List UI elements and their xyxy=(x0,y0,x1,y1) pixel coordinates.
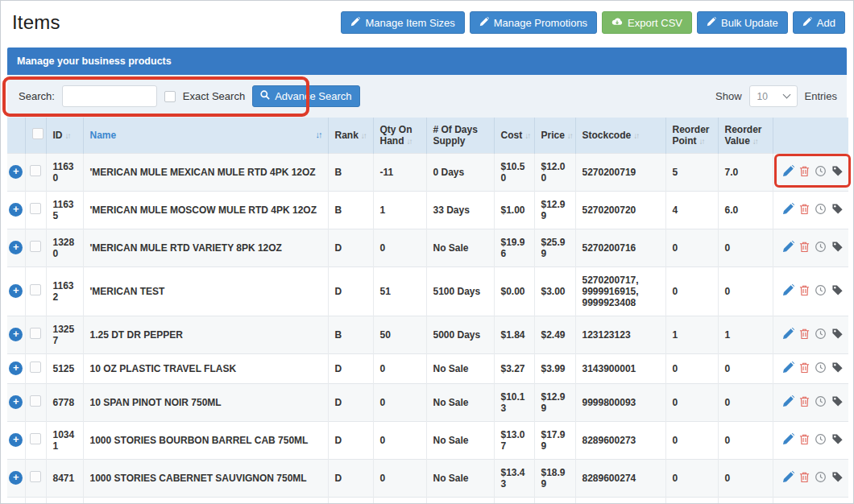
edit-pencil-icon[interactable] xyxy=(782,471,794,485)
export-csv-button[interactable]: Export CSV xyxy=(602,11,692,34)
cell-price: $2.49 xyxy=(534,316,575,353)
table-row: +11630'MERICAN MULE MEXICAN MULE RTD 4PK… xyxy=(7,153,848,191)
edit-pencil-icon[interactable] xyxy=(782,328,794,342)
cell-id: 5125 xyxy=(46,353,83,383)
sort-icon: ↓↑ xyxy=(633,131,638,140)
exact-search-checkbox[interactable] xyxy=(164,91,176,102)
plus-circle-icon[interactable]: + xyxy=(9,328,23,341)
cell-reorder-point: 0 xyxy=(665,266,718,316)
cell-days-supply: 0 Days xyxy=(426,497,494,504)
tag-icon[interactable] xyxy=(831,361,844,376)
row-checkbox[interactable] xyxy=(30,471,41,482)
delete-trash-icon[interactable] xyxy=(799,395,810,410)
cell-rank: D xyxy=(328,421,373,459)
col-header-days-supply[interactable]: # Of Days Supply xyxy=(426,118,494,153)
row-checkbox[interactable] xyxy=(30,433,41,444)
plus-circle-icon[interactable]: + xyxy=(9,165,23,179)
row-checkbox[interactable] xyxy=(30,328,41,339)
bulk-update-button[interactable]: Bulk Update xyxy=(697,11,788,34)
plus-circle-icon[interactable]: + xyxy=(9,241,23,254)
history-clock-icon[interactable] xyxy=(815,203,827,217)
edit-pencil-icon[interactable] xyxy=(782,203,794,217)
col-header-id[interactable]: ID↓↑ xyxy=(46,118,83,153)
col-header-stockcode[interactable]: Stockcode↓↑ xyxy=(575,118,665,153)
plus-circle-icon[interactable]: + xyxy=(9,433,23,447)
history-clock-icon[interactable] xyxy=(815,433,827,448)
delete-trash-icon[interactable] xyxy=(799,241,810,255)
cell-stockcode: 5270200719 xyxy=(575,153,665,191)
delete-trash-icon[interactable] xyxy=(799,203,810,217)
col-header-cost[interactable]: Cost↓↑ xyxy=(494,118,534,153)
edit-pencil-icon[interactable] xyxy=(782,395,794,410)
cell-qty-on-hand: 1 xyxy=(373,191,426,229)
tag-icon[interactable] xyxy=(831,203,844,217)
edit-pencil-icon[interactable] xyxy=(782,361,794,376)
cell-reorder-point: 0 xyxy=(665,459,718,497)
manage-item-sizes-button[interactable]: Manage Item Sizes xyxy=(341,11,464,34)
history-clock-icon[interactable] xyxy=(815,361,827,376)
cell-qty-on-hand: 0 xyxy=(373,383,426,421)
delete-trash-icon[interactable] xyxy=(799,328,810,342)
expander-cell: + xyxy=(7,316,25,353)
cell-reorder-point: 4 xyxy=(665,191,718,229)
row-checkbox[interactable] xyxy=(30,203,41,214)
plus-circle-icon[interactable]: + xyxy=(9,471,23,485)
cell-reorder-value: 0 xyxy=(718,229,773,266)
add-button[interactable]: Add xyxy=(793,11,845,34)
edit-pencil-icon[interactable] xyxy=(782,433,794,448)
advance-search-button[interactable]: Advance Search xyxy=(252,85,359,107)
plus-circle-icon[interactable]: + xyxy=(9,203,23,217)
history-clock-icon[interactable] xyxy=(815,395,827,410)
cell-price: $25.99 xyxy=(534,229,575,266)
cell-rank: B xyxy=(328,191,373,229)
tag-icon[interactable] xyxy=(831,471,844,485)
col-header-qty-on-hand[interactable]: Qty On Hand↓↑ xyxy=(373,118,426,153)
edit-pencil-icon[interactable] xyxy=(782,284,794,299)
expander-header xyxy=(7,118,25,153)
page-size-select[interactable]: 10 xyxy=(749,85,798,107)
plus-circle-icon[interactable]: + xyxy=(9,284,23,298)
select-all-checkbox[interactable] xyxy=(32,128,44,139)
tag-icon[interactable] xyxy=(831,395,844,410)
manage-promotions-button[interactable]: Manage Promotions xyxy=(470,11,597,34)
tag-icon[interactable] xyxy=(831,328,844,342)
plus-circle-icon[interactable]: + xyxy=(9,361,23,375)
sort-icon: ↓↑ xyxy=(567,131,572,140)
chevron-down-icon xyxy=(782,91,790,99)
expander-cell: + xyxy=(7,353,25,383)
expander-cell: + xyxy=(7,229,25,266)
delete-trash-icon[interactable] xyxy=(799,471,810,485)
history-clock-icon[interactable] xyxy=(815,471,827,485)
edit-pencil-icon[interactable] xyxy=(782,241,794,255)
col-header-reorder-value[interactable]: Reorder Value↓↑ xyxy=(718,118,773,153)
delete-trash-icon[interactable] xyxy=(799,165,810,180)
cell-reorder-point: 5 xyxy=(665,153,718,191)
row-checkbox[interactable] xyxy=(30,284,41,295)
col-header-rank[interactable]: Rank↓↑ xyxy=(328,118,373,153)
plus-circle-icon[interactable]: + xyxy=(9,395,23,409)
tag-icon[interactable] xyxy=(831,284,844,299)
row-checkbox[interactable] xyxy=(30,361,41,373)
tag-icon[interactable] xyxy=(831,433,844,448)
history-clock-icon[interactable] xyxy=(815,328,827,342)
col-header-reorder-point[interactable]: Reorder Point↓↑ xyxy=(665,118,718,153)
history-clock-icon[interactable] xyxy=(815,165,827,180)
row-checkbox[interactable] xyxy=(30,241,41,252)
tag-icon[interactable] xyxy=(831,165,844,180)
history-clock-icon[interactable] xyxy=(815,284,827,299)
sort-icon: ↓↑ xyxy=(524,131,529,140)
col-header-price[interactable]: Price↓↑ xyxy=(534,118,575,153)
delete-trash-icon[interactable] xyxy=(799,361,810,376)
history-clock-icon[interactable] xyxy=(815,241,827,255)
col-header-name[interactable]: ↓↑Name xyxy=(83,118,328,153)
delete-trash-icon[interactable] xyxy=(799,433,810,448)
cell-name: 1000 STORIES BOURBON BARREL CAB 750ML xyxy=(83,421,328,459)
cell-name: 'MERICAN MULE MEXICAN MULE RTD 4PK 12OZ xyxy=(83,153,328,191)
delete-trash-icon[interactable] xyxy=(799,284,810,299)
search-input[interactable] xyxy=(62,85,157,107)
cell-cost: $13.43 xyxy=(494,459,534,497)
edit-pencil-icon[interactable] xyxy=(782,165,794,180)
tag-icon[interactable] xyxy=(831,241,844,255)
row-checkbox[interactable] xyxy=(30,165,41,176)
row-checkbox[interactable] xyxy=(30,395,41,407)
